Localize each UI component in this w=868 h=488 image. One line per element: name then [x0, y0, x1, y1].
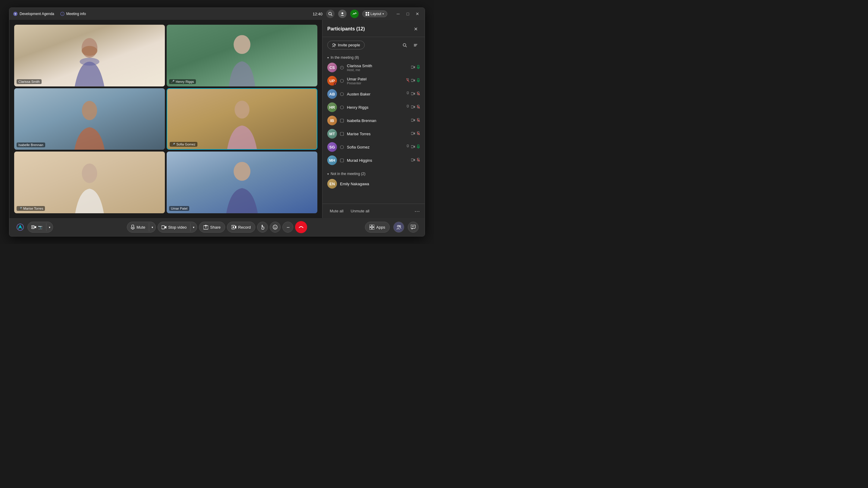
avatar-austen: AB: [327, 89, 337, 99]
umar-role: Presenter: [347, 82, 403, 85]
emily-name: Emily Nakagawa: [340, 182, 420, 186]
henry-video-icon: [411, 105, 415, 109]
title-bar-right: 12:40: [313, 10, 421, 18]
profile-icon: [340, 12, 344, 16]
participant-row-marise[interactable]: MT Marise Torres: [325, 127, 422, 140]
sort-icon: [413, 43, 418, 47]
title-bar: T Development Agenda i Meeting info 12:4…: [9, 8, 425, 20]
mic-off-icon-austen: [417, 92, 420, 96]
profile-btn[interactable]: [338, 10, 347, 18]
search-title-btn[interactable]: [326, 10, 335, 18]
participant-row-sofia[interactable]: SG Sofia Gomez: [325, 140, 422, 154]
agenda-title: Development Agenda: [20, 12, 54, 16]
share-btn[interactable]: Share: [199, 222, 225, 233]
toolbar: 📷 ▾ Mute ▾: [9, 218, 425, 236]
henry-muted-icon: 🎤: [171, 80, 175, 83]
video-tile-sofia[interactable]: 🎤 Sofia Gomez: [167, 88, 317, 150]
layout-btn[interactable]: Layout ▾: [362, 10, 387, 17]
person-silhouette-henry: [197, 34, 287, 87]
sofia-mic-icon: [406, 144, 409, 150]
participant-row-clarissa[interactable]: CS Clarissa Smith Host, me: [325, 61, 422, 74]
stop-video-split-btn: Stop video ▾: [158, 222, 197, 233]
video-tile-isabelle[interactable]: Isabelle Brennan: [14, 88, 165, 150]
more-options-toolbar-btn[interactable]: ···: [282, 222, 293, 233]
in-meeting-section[interactable]: ▾ In the meeting (8): [325, 53, 422, 61]
toolbar-left: 📷 ▾: [16, 222, 53, 233]
henry-mic-status-icon: [340, 105, 344, 109]
participants-toolbar-btn[interactable]: [393, 222, 404, 233]
maximize-btn[interactable]: □: [404, 10, 411, 18]
video-tile-marise[interactable]: 🎤 Marise Torres: [14, 152, 165, 213]
svg-point-17: [82, 164, 97, 183]
svg-rect-43: [407, 105, 409, 107]
participant-search-btn[interactable]: [401, 41, 409, 50]
record-btn[interactable]: Record: [227, 222, 255, 233]
camera-icon-toolbar: [31, 225, 36, 229]
invite-people-btn[interactable]: Invite people: [327, 41, 365, 50]
reaction-btn[interactable]: [270, 222, 281, 233]
mic-muted-icon-umar: [406, 78, 409, 82]
stop-video-btn[interactable]: Stop video: [158, 223, 190, 231]
svg-rect-51: [340, 132, 344, 135]
camera-mode-btn[interactable]: 📷: [28, 223, 46, 231]
end-call-btn[interactable]: [295, 221, 307, 233]
camera-icon-stop: [161, 225, 166, 229]
svg-rect-86: [411, 225, 415, 228]
participant-row-austen[interactable]: AB Austen Baker: [325, 87, 422, 101]
clarissa-info: Clarissa Smith Host, me: [347, 64, 408, 72]
svg-point-14: [234, 35, 250, 54]
search-icon-small: [328, 12, 333, 16]
camera-murad: [411, 158, 415, 161]
not-in-meeting-section[interactable]: ▾ Not in the meeting (2): [325, 169, 422, 177]
avatar-sofia: SG: [327, 142, 337, 152]
raise-hand-btn[interactable]: [257, 222, 268, 233]
sofia-controls: [406, 144, 420, 150]
mic-muted-sofia: [406, 144, 409, 149]
participant-row-isabella[interactable]: IB Isabella Brennan: [325, 114, 422, 127]
tile-label-sofia: 🎤 Sofia Gomez: [170, 142, 197, 147]
participant-row-murad[interactable]: MH Murad Higgins: [325, 154, 422, 167]
video-tile-umar[interactable]: Umar Patel: [167, 152, 317, 213]
video-tile-henry[interactable]: 🎤 Henry Riggs: [167, 25, 317, 87]
person-silhouette-isabelle: [46, 99, 133, 150]
raise-hand-icon: [260, 225, 265, 230]
minimize-btn[interactable]: ─: [395, 10, 402, 18]
participant-row-emily[interactable]: EN Emily Nakagawa: [325, 177, 422, 190]
clarissa-controls: [411, 65, 420, 70]
participant-row-henry[interactable]: HR Henry Riggs: [325, 101, 422, 114]
participant-sort-btn[interactable]: [411, 41, 420, 50]
video-tile-clarissa[interactable]: Clarissa Smith: [14, 25, 165, 87]
camera-henry: [411, 105, 415, 108]
meeting-info-tab[interactable]: i Meeting info: [60, 12, 86, 16]
svg-rect-58: [418, 144, 419, 147]
umar-name: Umar Patel: [347, 77, 403, 82]
mute-btn[interactable]: Mute: [127, 223, 149, 231]
development-agenda-tab[interactable]: T Development Agenda: [13, 11, 54, 16]
sofia-mic-icon: 🎤: [172, 143, 175, 146]
teams-logo-btn[interactable]: [16, 222, 25, 232]
status-icon-btn[interactable]: [350, 10, 359, 18]
austen-mic-icon: [406, 92, 409, 96]
participant-row-umar[interactable]: UP Umar Patel Presenter: [325, 74, 422, 87]
apps-btn[interactable]: Apps: [365, 222, 390, 233]
video-feed-henry: [167, 25, 317, 87]
close-btn[interactable]: ✕: [414, 10, 421, 18]
henry-mic-icon: [406, 105, 409, 110]
camera-sofia: [411, 145, 415, 148]
mute-arrow[interactable]: ▾: [149, 224, 156, 231]
camera-mode-arrow[interactable]: ▾: [46, 224, 53, 231]
svg-point-76: [233, 227, 234, 228]
stop-video-arrow[interactable]: ▾: [190, 224, 197, 231]
svg-rect-82: [370, 227, 372, 230]
chat-toolbar-btn[interactable]: [408, 222, 418, 233]
invite-people-label: Invite people: [338, 43, 360, 47]
svg-point-77: [273, 225, 277, 229]
svg-rect-10: [368, 14, 369, 16]
more-options-btn[interactable]: ⋯: [414, 208, 420, 215]
record-label: Record: [238, 225, 251, 230]
mute-all-btn[interactable]: Mute all: [327, 207, 346, 215]
svg-point-15: [82, 101, 97, 120]
panel-close-btn[interactable]: ✕: [411, 25, 420, 33]
isabella-name: Isabella Brennan: [347, 119, 408, 123]
unmute-all-btn[interactable]: Unmute all: [348, 207, 372, 215]
